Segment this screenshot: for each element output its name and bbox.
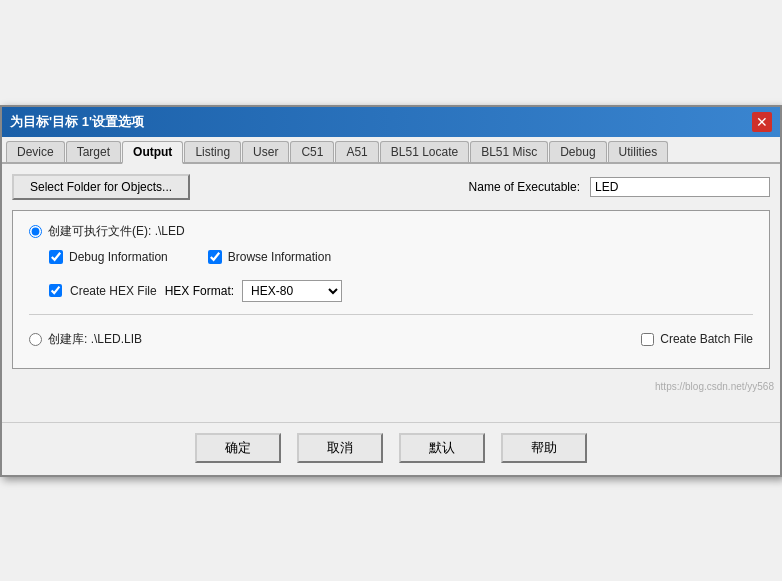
title-bar: 为目标'目标 1'设置选项 ✕ xyxy=(2,107,780,137)
create-hex-checkbox[interactable] xyxy=(49,284,62,297)
group-divider xyxy=(29,314,753,315)
footer: 确定 取消 默认 帮助 xyxy=(2,422,780,475)
close-button[interactable]: ✕ xyxy=(752,112,772,132)
browse-info-row: Browse Information xyxy=(208,250,331,264)
tab-bar: Device Target Output Listing User C51 A5… xyxy=(2,137,780,164)
browse-info-checkbox[interactable] xyxy=(208,250,222,264)
tab-user[interactable]: User xyxy=(242,141,289,162)
tab-device[interactable]: Device xyxy=(6,141,65,162)
create-exe-label[interactable]: 创建可执行文件(E): .\LED xyxy=(48,223,185,240)
tab-utilities[interactable]: Utilities xyxy=(608,141,669,162)
hex-format-label: HEX Format: xyxy=(165,284,234,298)
select-folder-button[interactable]: Select Folder for Objects... xyxy=(12,174,190,200)
create-lib-row: 创建库: .\LED.LIB xyxy=(29,331,142,348)
debug-info-label[interactable]: Debug Information xyxy=(69,250,168,264)
tab-output[interactable]: Output xyxy=(122,141,183,164)
debug-info-row: Debug Information xyxy=(49,250,168,264)
top-row: Select Folder for Objects... Name of Exe… xyxy=(12,174,770,200)
default-button[interactable]: 默认 xyxy=(399,433,485,463)
create-lib-label[interactable]: 创建库: .\LED.LIB xyxy=(48,331,142,348)
dialog-window: 为目标'目标 1'设置选项 ✕ Device Target Output Lis… xyxy=(0,105,782,477)
cancel-button[interactable]: 取消 xyxy=(297,433,383,463)
bottom-section: 创建库: .\LED.LIB Create Batch File xyxy=(29,327,753,352)
help-button[interactable]: 帮助 xyxy=(501,433,587,463)
tab-target[interactable]: Target xyxy=(66,141,121,162)
create-batch-checkbox[interactable] xyxy=(641,333,654,346)
create-exe-row: 创建可执行文件(E): .\LED xyxy=(29,223,753,240)
tab-bl51-misc[interactable]: BL51 Misc xyxy=(470,141,548,162)
tab-a51[interactable]: A51 xyxy=(335,141,378,162)
watermark: https://blog.csdn.net/yy568 xyxy=(2,381,780,392)
hex-format-select[interactable]: HEX-80 HEX-386 xyxy=(242,280,342,302)
tab-listing[interactable]: Listing xyxy=(184,141,241,162)
name-exe-input[interactable] xyxy=(590,177,770,197)
ok-button[interactable]: 确定 xyxy=(195,433,281,463)
create-exe-radio[interactable] xyxy=(29,225,42,238)
content-area: Select Folder for Objects... Name of Exe… xyxy=(2,164,780,389)
tab-c51[interactable]: C51 xyxy=(290,141,334,162)
browse-info-label[interactable]: Browse Information xyxy=(228,250,331,264)
create-lib-radio[interactable] xyxy=(29,333,42,346)
hex-row: Create HEX File HEX Format: HEX-80 HEX-3… xyxy=(49,280,753,302)
name-exe-label: Name of Executable: xyxy=(469,180,580,194)
create-batch-row: Create Batch File xyxy=(641,332,753,346)
output-group-box: 创建可执行文件(E): .\LED Debug Information Brow… xyxy=(12,210,770,369)
create-hex-label[interactable]: Create HEX File xyxy=(70,284,157,298)
debug-info-checkbox[interactable] xyxy=(49,250,63,264)
create-batch-label[interactable]: Create Batch File xyxy=(660,332,753,346)
tab-bl51-locate[interactable]: BL51 Locate xyxy=(380,141,469,162)
dialog-title: 为目标'目标 1'设置选项 xyxy=(10,113,144,131)
tab-debug[interactable]: Debug xyxy=(549,141,606,162)
